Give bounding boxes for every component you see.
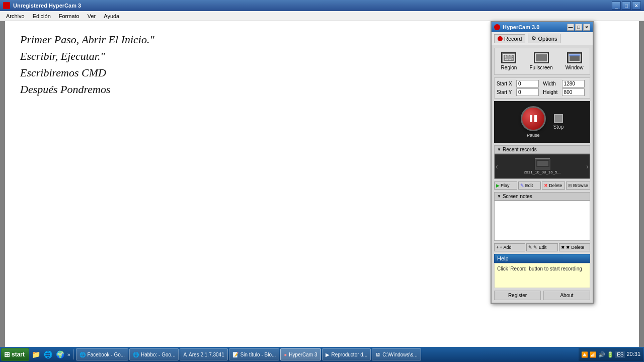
edit-note-icon: ✎	[528, 245, 532, 250]
mode-region[interactable]: Region	[499, 51, 520, 72]
pause-button[interactable]	[521, 106, 546, 131]
delete-label: Delete	[549, 183, 562, 188]
cmd-label: C:\Windows\s...	[382, 352, 417, 357]
height-input[interactable]	[562, 88, 585, 96]
options-button[interactable]: ⚙ Options	[528, 34, 560, 43]
start-button[interactable]: ⊞ start	[1, 348, 29, 361]
about-button[interactable]: About	[543, 291, 590, 300]
record-name: 2011_10_08_16_5...	[524, 170, 560, 174]
svg-rect-1	[505, 56, 512, 60]
scroll-left[interactable]	[0, 21, 5, 347]
facebook-label: Facebook - Go...	[88, 352, 125, 357]
taskbar-mediaplayer[interactable]: ▶ Reproductor d...	[322, 348, 371, 360]
hc-title-icon	[494, 24, 500, 30]
records-next-button[interactable]: ›	[586, 162, 589, 170]
delete-note-label: ✖ Delete	[566, 245, 585, 250]
fullscreen-icon	[534, 52, 549, 63]
edit-button[interactable]: ✎ Edit	[518, 182, 541, 190]
start-label: start	[12, 351, 25, 358]
taskbar-ares[interactable]: A Ares 2.1.7.3041	[180, 348, 227, 360]
scroll-right[interactable]	[639, 21, 644, 347]
hypercam-panel: HyperCam 3.0 — □ × Record ⚙ Options	[491, 21, 594, 304]
hc-minimize-button[interactable]: —	[567, 24, 574, 31]
start-x-input[interactable]	[516, 80, 539, 87]
hc-modes: Region Fullscreen	[494, 48, 590, 75]
taskbar-more-button[interactable]: »	[66, 351, 71, 358]
gear-icon: ⚙	[531, 35, 536, 42]
taskbar-habbo[interactable]: 🌐 Habbo: - Goo...	[129, 348, 179, 360]
hypercam-label: HyperCam 3	[289, 352, 317, 357]
minimize-button[interactable]: _	[612, 2, 621, 10]
taskbar-files-icon[interactable]: 📁	[30, 349, 41, 360]
taskbar-hypercam[interactable]: ● HyperCam 3	[280, 348, 320, 360]
hc-controls: Pause Stop	[494, 101, 590, 143]
start-y-input[interactable]	[516, 88, 539, 96]
edit-note-label: ✎ Edit	[533, 245, 546, 250]
play-button[interactable]: ▶ Play	[494, 182, 517, 190]
ares-label: Ares 2.1.7.3041	[189, 352, 224, 357]
taskbar-facebook[interactable]: 🌐 Facebook - Go...	[76, 348, 128, 360]
stop-label: Stop	[553, 124, 564, 130]
window-label: Window	[566, 65, 584, 70]
notepad-icon: 📝	[232, 352, 238, 357]
mode-window[interactable]: Window	[563, 51, 586, 72]
close-button[interactable]: ×	[632, 2, 641, 10]
taskbar-ie-icon[interactable]: 🌐	[42, 349, 53, 360]
browse-icon: ⊞	[568, 183, 572, 188]
add-icon: +	[496, 245, 499, 250]
mediaplayer-label: Reproductor d...	[332, 352, 368, 357]
menu-formato[interactable]: Formato	[55, 12, 84, 20]
tray-power-icon[interactable]: 🔋	[607, 351, 614, 358]
hc-restore-button[interactable]: □	[575, 24, 582, 31]
play-label: Play	[501, 183, 510, 188]
record-button[interactable]: Record	[494, 34, 525, 43]
ares-icon: A	[183, 352, 187, 357]
register-button[interactable]: Register	[494, 291, 541, 300]
edit-note-button[interactable]: ✎ ✎ Edit	[526, 243, 557, 251]
hc-help: Help Click 'Record' button to start reco…	[494, 254, 590, 288]
tray-icon1[interactable]: 🔼	[581, 351, 588, 358]
pause-label: Pause	[527, 133, 540, 138]
edit-icon: ✎	[520, 183, 524, 188]
menu-bar: Archivo Edición Formato Ver Ayuda	[0, 11, 644, 21]
taskbar-browser-icon[interactable]: 🌍	[54, 349, 65, 360]
record-item[interactable]: 2011_10_08_16_5...	[524, 158, 560, 174]
main-area: Primer Paso, Abrir El Inicio." Escribir,…	[0, 21, 644, 347]
width-input[interactable]	[562, 80, 585, 87]
recent-records-header: ▼ Recent records	[494, 145, 590, 154]
taskbar-cmd[interactable]: 🖥 C:\Windows\s...	[372, 348, 421, 360]
menu-archivo[interactable]: Archivo	[2, 12, 29, 20]
hc-close-button[interactable]: ×	[583, 24, 590, 31]
hc-recent: ▼ Recent records ‹ 2011_10_08_16	[494, 145, 590, 179]
lang-indicator[interactable]: ES	[615, 351, 625, 358]
habbo-icon: 🌐	[133, 352, 139, 357]
mediaplayer-icon: ▶	[326, 352, 330, 357]
delete-note-button[interactable]: ✖ ✖ Delete	[559, 243, 590, 251]
stop-button[interactable]	[554, 114, 563, 123]
hypercam-icon: ●	[284, 352, 287, 357]
hc-help-header: Help	[494, 254, 590, 263]
width-label: Width	[543, 81, 560, 86]
menu-ver[interactable]: Ver	[84, 12, 100, 20]
add-label: + Add	[500, 245, 511, 250]
browse-button[interactable]: ⊞ Browse	[566, 182, 590, 190]
menu-edicion[interactable]: Edición	[29, 12, 55, 20]
hc-notes-area[interactable]	[494, 201, 590, 241]
add-note-button[interactable]: + + Add	[494, 243, 525, 251]
maximize-button[interactable]: □	[622, 2, 631, 10]
taskbar-notepad[interactable]: 📝 Sin título - Blo...	[229, 348, 280, 360]
hc-title-controls: — □ ×	[567, 24, 590, 31]
notepad-label: Sin título - Blo...	[240, 352, 276, 357]
tray-network-icon[interactable]: 📶	[590, 351, 597, 358]
sys-tray: 🔼 📶 🔊 🔋 ES 20:31	[579, 348, 643, 361]
habbo-label: Habbo: - Goo...	[141, 352, 175, 357]
hc-body: Region Fullscreen	[492, 45, 593, 303]
svg-rect-7	[537, 161, 548, 166]
play-icon: ▶	[496, 183, 500, 188]
mode-fullscreen[interactable]: Fullscreen	[527, 51, 555, 72]
records-prev-button[interactable]: ‹	[496, 162, 498, 170]
tray-volume-icon[interactable]: 🔊	[598, 351, 605, 358]
clock[interactable]: 20:31	[626, 351, 640, 357]
delete-button[interactable]: ✖ Delete	[542, 182, 565, 190]
menu-ayuda[interactable]: Ayuda	[100, 12, 123, 20]
